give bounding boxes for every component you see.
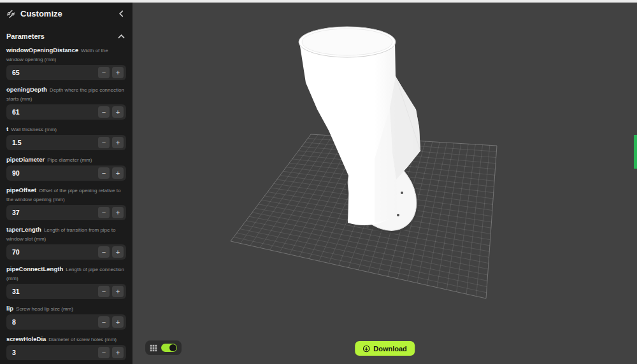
decrement-button[interactable]: − — [98, 67, 110, 78]
param-name: pipeConnectLength — [6, 265, 63, 272]
customize-sliders-icon — [6, 10, 15, 18]
increment-button[interactable]: + — [112, 106, 124, 118]
increment-button[interactable]: + — [112, 137, 124, 148]
decrement-button[interactable]: − — [98, 347, 110, 358]
param-name: pipeOffset — [6, 186, 36, 193]
param-name: lip — [6, 305, 13, 312]
param-description: Screw head lip size (mm) — [16, 306, 73, 312]
decrement-button[interactable]: − — [98, 286, 110, 297]
param-description: Pipe diameter (mm) — [47, 157, 92, 163]
param-value[interactable]: 61 — [12, 108, 96, 116]
top-edge-strip — [0, 0, 637, 3]
param-value[interactable]: 65 — [12, 69, 96, 76]
param-description: Wall thickness (mm) — [11, 127, 57, 132]
param-value[interactable]: 37 — [12, 209, 96, 216]
param-value-field[interactable]: 3 − + — [6, 345, 126, 360]
param-windowOpeningDistance: windowOpeningDistanceWidth of the window… — [6, 45, 126, 80]
collapse-chevron-left-icon[interactable] — [118, 10, 125, 17]
decrement-button[interactable]: − — [98, 316, 110, 328]
grid-icon — [150, 344, 157, 352]
param-name: screwHoleDia — [6, 335, 46, 342]
decrement-button[interactable]: − — [98, 167, 110, 179]
increment-button[interactable]: + — [112, 67, 124, 78]
download-button[interactable]: Download — [355, 341, 415, 356]
param-pipeConnectLength: pipeConnectLengthLength of pipe connecti… — [6, 264, 126, 299]
section-chevron-up-icon[interactable] — [118, 33, 125, 40]
increment-button[interactable]: + — [112, 286, 124, 297]
customize-sidebar: Customize Parameters windowOpeningDistan… — [0, 0, 132, 364]
param-name: openingDepth — [6, 86, 47, 93]
decrement-button[interactable]: − — [98, 137, 110, 148]
param-value[interactable]: 8 — [12, 318, 96, 326]
param-value-field[interactable]: 37 − + — [6, 205, 126, 220]
param-value-field[interactable]: 31 − + — [6, 284, 126, 299]
download-label: Download — [373, 345, 407, 353]
model-top-opening — [299, 27, 396, 57]
param-lip: lipScrew head lip size (mm) 8 − + — [6, 304, 126, 330]
increment-button[interactable]: + — [112, 347, 124, 358]
panel-title: Customize — [20, 9, 113, 18]
param-value-field[interactable]: 61 − + — [6, 104, 126, 120]
increment-button[interactable]: + — [112, 207, 124, 218]
param-value-field[interactable]: 1.5 − + — [6, 135, 126, 150]
param-pipeDiameter: pipeDiameterPipe diameter (mm) 90 − + — [6, 155, 126, 181]
sidebar-header: Customize — [0, 0, 132, 25]
grid-toggle-pill — [145, 340, 182, 355]
grid-visibility-toggle[interactable] — [161, 344, 177, 352]
parameters-section-label: Parameters — [6, 32, 118, 40]
param-value[interactable]: 70 — [12, 248, 96, 256]
param-value[interactable]: 90 — [12, 169, 96, 177]
param-pipeOffset: pipeOffsetOffset of the pipe opening rel… — [6, 185, 126, 220]
param-value-field[interactable]: 70 − + — [6, 244, 126, 260]
param-t: tWall thickness (mm) 1.5 − + — [6, 124, 126, 150]
increment-button[interactable]: + — [112, 246, 124, 258]
param-value[interactable]: 3 — [12, 349, 96, 356]
param-screwHoleDia: screwHoleDiaDiameter of screw holes (mm)… — [6, 334, 126, 360]
param-description: Diameter of screw holes (mm) — [48, 337, 117, 342]
param-name: taperLength — [6, 226, 41, 233]
increment-button[interactable]: + — [112, 167, 124, 179]
param-name: windowOpeningDistance — [6, 46, 78, 53]
decrement-button[interactable]: − — [98, 246, 110, 258]
param-value-field[interactable]: 8 − + — [6, 314, 126, 330]
increment-button[interactable]: + — [112, 316, 124, 328]
param-taperLength: taperLengthLength of transition from pip… — [6, 225, 126, 260]
param-name: pipeDiameter — [6, 156, 45, 163]
decrement-button[interactable]: − — [98, 207, 110, 218]
viewport-3d[interactable]: Download — [132, 0, 637, 364]
param-name: t — [6, 125, 8, 132]
decrement-button[interactable]: − — [98, 106, 110, 118]
model-scene[interactable] — [132, 0, 637, 364]
parameters-section-header[interactable]: Parameters — [0, 27, 132, 45]
param-value-field[interactable]: 90 − + — [6, 165, 126, 181]
right-edge-indicator[interactable] — [634, 135, 637, 169]
param-value[interactable]: 31 — [12, 288, 96, 295]
toggle-knob — [169, 344, 176, 351]
param-value[interactable]: 1.5 — [12, 139, 96, 146]
download-circle-arrow-icon — [362, 345, 370, 353]
param-value-field[interactable]: 65 − + — [6, 65, 126, 80]
param-openingDepth: openingDepthDepth where the pipe connect… — [6, 85, 126, 120]
